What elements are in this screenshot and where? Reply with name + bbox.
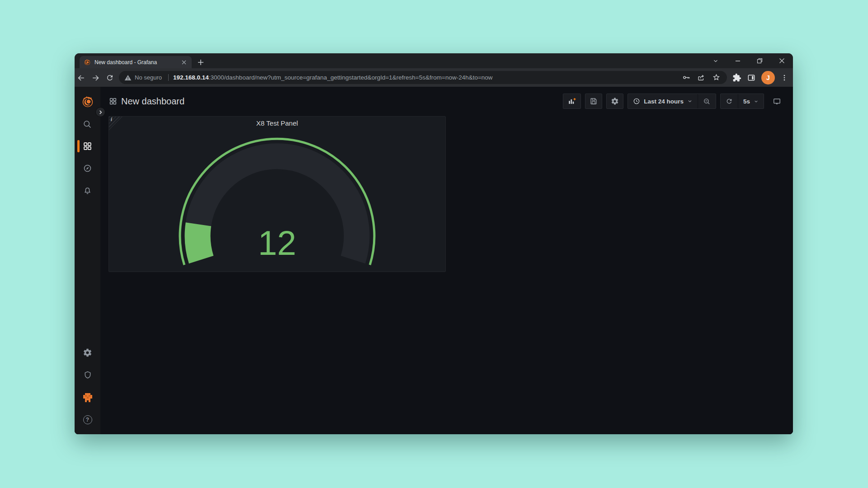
side-panel-icon[interactable]: [747, 73, 756, 82]
url-text: 192.168.0.14:3000/dashboard/new?utm_sour…: [173, 74, 677, 81]
gauge-panel: i X8 Test Panel 12: [108, 116, 446, 272]
share-icon[interactable]: [696, 72, 707, 83]
bookmark-star-icon[interactable]: [711, 72, 722, 83]
grafana-content: New dashboard: [100, 87, 793, 434]
sidebar-expand-button[interactable]: [95, 107, 105, 117]
save-icon: [590, 97, 598, 105]
refresh-interval-picker[interactable]: 5s: [738, 94, 764, 108]
password-key-icon[interactable]: [681, 72, 692, 83]
grafana-sidebar: ?: [75, 87, 100, 434]
url-path: :3000/dashboard/new?utm_source=grafana_g…: [209, 74, 493, 81]
kiosk-tv-button[interactable]: [768, 94, 786, 109]
back-button[interactable]: [75, 72, 86, 83]
chevron-right-icon: [99, 110, 103, 114]
time-range-picker[interactable]: Last 24 hours: [628, 94, 698, 108]
sidebar-item-dashboards[interactable]: [75, 137, 100, 155]
chevron-down-icon: [754, 99, 759, 104]
dashboards-grid-icon: [83, 141, 92, 151]
close-window-button[interactable]: [771, 53, 793, 68]
desktop-background: New dashboard - Grafana: [0, 0, 868, 488]
address-bar[interactable]: No seguro 192.168.0.14:3000/dashboard/ne…: [119, 71, 727, 84]
time-range-label: Last 24 hours: [644, 98, 684, 105]
dashboard-header: New dashboard: [100, 87, 793, 116]
url-host: 192.168.0.14: [173, 74, 209, 81]
help-icon: ?: [83, 415, 92, 424]
add-panel-button[interactable]: [563, 94, 581, 109]
grafana-favicon: [84, 59, 91, 66]
reload-button[interactable]: [104, 72, 115, 83]
tab-search-icon[interactable]: [704, 53, 726, 68]
add-panel-icon: [567, 97, 576, 106]
forward-button[interactable]: [90, 72, 101, 83]
tab-title: New dashboard - Grafana: [94, 59, 177, 66]
browser-menu-kebab-icon[interactable]: [780, 74, 788, 82]
url-divider: [168, 74, 169, 81]
refresh-interval-label: 5s: [743, 98, 750, 105]
browser-toolbar: No seguro 192.168.0.14:3000/dashboard/ne…: [75, 68, 793, 87]
time-range-group: Last 24 hours: [627, 94, 716, 109]
gauge-value: 12: [258, 224, 297, 262]
sidebar-item-explore[interactable]: [75, 159, 100, 177]
refresh-dashboard-button[interactable]: [721, 94, 738, 108]
tab-close-icon[interactable]: [180, 59, 188, 66]
refresh-icon: [726, 98, 733, 105]
dashboard-settings-button[interactable]: [606, 94, 623, 109]
user-pixel-avatar-icon: [83, 393, 92, 402]
gear-icon: [83, 348, 92, 357]
gauge-value-arc: [198, 224, 201, 259]
refresh-group: 5s: [720, 94, 764, 109]
toolbar-right-icons: J: [732, 70, 788, 84]
sidebar-item-search[interactable]: [75, 115, 100, 133]
save-dashboard-button[interactable]: [585, 94, 602, 109]
search-icon: [83, 120, 92, 129]
extensions-puzzle-icon[interactable]: [732, 73, 741, 82]
new-tab-button[interactable]: [196, 57, 205, 67]
grafana-logo-icon: [81, 95, 94, 108]
zoom-out-time-button[interactable]: [698, 94, 716, 108]
dashboard-grid-icon: [109, 97, 117, 105]
minimize-button[interactable]: [726, 53, 749, 68]
dashboard-title[interactable]: New dashboard: [121, 96, 184, 107]
profile-avatar[interactable]: J: [761, 71, 775, 84]
tv-monitor-icon: [773, 97, 781, 106]
gear-icon: [611, 97, 619, 105]
bell-icon: [83, 186, 92, 196]
maximize-restore-button[interactable]: [749, 53, 771, 68]
tab-strip: New dashboard - Grafana: [75, 53, 793, 68]
grafana-app: ? New dashboard: [75, 87, 793, 434]
chevron-down-icon: [687, 99, 693, 104]
zoom-out-icon: [703, 98, 711, 105]
sidebar-item-help[interactable]: ?: [75, 411, 100, 429]
not-secure-warning-icon: [124, 74, 132, 81]
compass-icon: [83, 164, 92, 173]
window-controls: [704, 53, 793, 68]
shield-icon: [83, 371, 92, 380]
browser-tab[interactable]: New dashboard - Grafana: [80, 56, 192, 68]
dashboard-actions: Last 24 hours: [563, 94, 786, 109]
sidebar-item-server-admin[interactable]: [75, 366, 100, 384]
panel-title[interactable]: X8 Test Panel: [109, 119, 445, 127]
browser-window: New dashboard - Grafana: [75, 53, 793, 434]
security-label: No seguro: [135, 74, 162, 81]
sidebar-item-alerting[interactable]: [75, 182, 100, 200]
active-item-accent-bar: [77, 140, 80, 152]
sidebar-item-user-avatar[interactable]: [75, 389, 100, 407]
sidebar-item-grafana-logo[interactable]: [75, 93, 100, 111]
gauge-svg: 12: [109, 117, 445, 272]
clock-icon: [633, 98, 640, 105]
sidebar-item-configuration[interactable]: [75, 343, 100, 361]
